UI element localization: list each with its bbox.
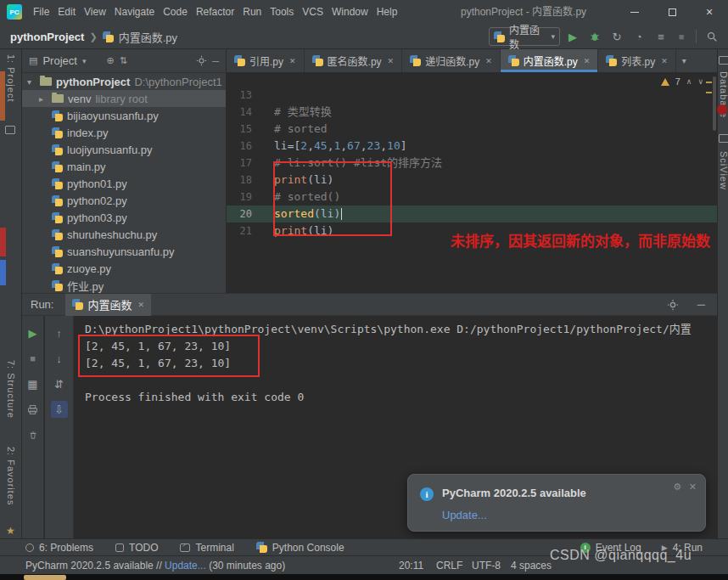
code-line: 16li=[2,45,1,67,23,10] xyxy=(227,138,717,155)
down-stack-trace-button[interactable]: ↓ xyxy=(51,350,68,367)
close-icon[interactable]: ✕ xyxy=(584,57,591,65)
editor-tab[interactable]: 递归函数.py✕ xyxy=(402,49,501,72)
tree-item[interactable]: python02.py xyxy=(22,192,227,209)
status-update-link[interactable]: Update... xyxy=(165,560,206,572)
menu-window[interactable]: Window xyxy=(328,0,372,24)
project-view-selector[interactable]: Project xyxy=(42,54,76,67)
tree-item[interactable]: suanshuyunsuanfu.py xyxy=(22,243,227,260)
update-link[interactable]: Update... xyxy=(442,509,487,521)
toolwindow-button-python[interactable]: Python Console xyxy=(256,542,344,554)
minimize-button[interactable] xyxy=(616,0,653,24)
rerun-button[interactable]: ▶ xyxy=(25,324,42,341)
stop-button[interactable]: ■ xyxy=(25,350,42,367)
breadcrumb-file[interactable]: 内置函数.py xyxy=(119,29,177,45)
status-encoding[interactable]: UTF-8 xyxy=(472,556,501,575)
tree-item[interactable]: zuoye.py xyxy=(22,260,227,277)
restore-layout-icon[interactable]: ▦ xyxy=(25,375,42,392)
close-icon[interactable]: ✕ xyxy=(689,481,697,493)
expand-collapse-button[interactable]: ⇅ xyxy=(120,55,127,66)
editor-tab[interactable]: 内置函数.py✕ xyxy=(501,49,599,72)
tree-item[interactable]: python01.py xyxy=(22,175,227,192)
annotation-text: 未排序，因其返回新的对象，而非原始数 xyxy=(451,229,710,251)
toolwindow-button-terminal[interactable]: Terminal xyxy=(180,542,233,554)
code-editor[interactable]: 7 ∧ ∨ 1314# 类型转换15# sorted16li=[2,45,1,6… xyxy=(227,73,717,293)
toolwindow-button-todo[interactable]: TODO xyxy=(115,542,158,554)
pin-tab-icon[interactable] xyxy=(25,401,42,418)
tree-item[interactable]: bijiaoyunsuanfu.py xyxy=(22,107,227,124)
toolwindow-button-structure[interactable]: 7: Structure xyxy=(6,360,16,419)
menu-help[interactable]: Help xyxy=(372,0,402,24)
notification-popup[interactable]: i PyCharm 2020.2.5 available Update... ⚙… xyxy=(407,474,706,532)
chevron-down-icon[interactable]: ▾ xyxy=(82,57,87,65)
menu-navigate[interactable]: Navigate xyxy=(110,0,159,24)
toolwindow-button-project[interactable]: 1: Project xyxy=(6,54,16,102)
run-tab[interactable]: 内置函数 ✕ xyxy=(65,294,151,316)
menu-refactor[interactable]: Refactor xyxy=(192,0,238,24)
up-stack-trace-button[interactable]: ↑ xyxy=(51,324,68,341)
inspection-widget[interactable]: 7 ∧ ∨ xyxy=(661,76,703,87)
breadcrumb-project[interactable]: pythonProject xyxy=(10,31,84,43)
editor-tab[interactable]: 匿名函数.py✕ xyxy=(305,49,403,72)
close-icon[interactable]: ✕ xyxy=(289,57,296,65)
editor-scrollbar[interactable] xyxy=(713,76,716,131)
toolwindow-button-favorites[interactable]: 2: Favorites xyxy=(6,447,16,505)
close-icon[interactable]: ✕ xyxy=(137,301,144,309)
run-button[interactable]: ▶ xyxy=(563,27,582,46)
status-line-ending[interactable]: CRLF xyxy=(436,556,462,575)
stop-button[interactable]: ■ xyxy=(672,27,691,46)
soft-wrap-button[interactable]: ⇵ xyxy=(51,375,68,392)
tree-item-label: bijiaoyunsuanfu.py xyxy=(67,110,159,122)
gear-icon[interactable] xyxy=(667,299,679,311)
tree-item[interactable]: luojiyunsuanfu.py xyxy=(22,141,227,158)
close-button[interactable]: × xyxy=(691,0,728,24)
run-anything-button[interactable]: ≡ xyxy=(652,27,670,46)
favorites-star-icon[interactable]: ★ xyxy=(6,525,15,537)
maximize-button[interactable] xyxy=(653,0,691,24)
folder-icon[interactable] xyxy=(5,126,15,134)
scroll-to-end-button[interactable]: ⇩ xyxy=(51,401,68,418)
tree-item-label: shuruheshuchu.py xyxy=(67,228,157,241)
close-icon[interactable]: ✕ xyxy=(485,57,492,65)
status-indent[interactable]: 4 spaces xyxy=(511,556,552,575)
menu-run[interactable]: Run xyxy=(238,0,266,24)
menu-edit[interactable]: Edit xyxy=(53,0,80,24)
menu-vcs[interactable]: VCS xyxy=(298,0,328,24)
menu-file[interactable]: File xyxy=(29,0,53,24)
editor-tab[interactable]: 列表.py✕ xyxy=(598,49,676,72)
search-everywhere-button[interactable] xyxy=(703,27,721,46)
hide-toolwindow-button[interactable]: ─ xyxy=(212,56,219,66)
close-icon[interactable]: ✕ xyxy=(388,57,395,65)
tree-item[interactable]: ▸venvlibrary root xyxy=(22,90,227,107)
toolwindow-button-problems[interactable]: 6: Problems xyxy=(25,542,93,554)
gear-icon[interactable] xyxy=(196,55,207,66)
hidden-tabs-chevron-icon[interactable]: ▾ xyxy=(676,49,692,72)
tree-item[interactable]: main.py xyxy=(22,158,227,175)
menu-code[interactable]: Code xyxy=(159,0,192,24)
tree-item[interactable]: python03.py xyxy=(22,209,227,226)
tree-item[interactable]: shuruheshuchu.py xyxy=(22,226,227,243)
debug-button[interactable] xyxy=(585,27,604,46)
toolwindow-button-sciview[interactable]: SciView xyxy=(719,151,728,190)
gear-icon[interactable]: ⚙ xyxy=(673,481,681,493)
menu-view[interactable]: View xyxy=(80,0,110,24)
menu-tools[interactable]: Tools xyxy=(266,0,298,24)
coverage-button[interactable]: ↻ xyxy=(608,27,626,46)
code-token: , xyxy=(380,139,387,152)
hide-toolwindow-button[interactable]: ─ xyxy=(697,298,705,311)
chevron-down-icon[interactable]: ▾ xyxy=(27,77,36,87)
run-configuration-select[interactable]: 内置函数 ▾ xyxy=(489,27,560,46)
close-icon[interactable]: ✕ xyxy=(661,57,668,65)
chevron-down-icon[interactable]: ∨ xyxy=(697,77,703,86)
tree-item-root[interactable]: ▾ pythonProject D:\pythonProject1 xyxy=(22,73,227,90)
clear-all-button[interactable] xyxy=(25,426,42,443)
locate-file-button[interactable]: ⊕ xyxy=(106,55,114,66)
trash-icon xyxy=(28,430,38,441)
maximize-icon xyxy=(669,8,676,16)
chevron-up-icon[interactable]: ∧ xyxy=(686,77,692,86)
editor-tab[interactable]: 引用.py✕ xyxy=(227,49,305,72)
tree-item[interactable]: index.py xyxy=(22,124,227,141)
profiler-button[interactable]: ◔ xyxy=(630,27,648,46)
tree-item-label: python02.py xyxy=(67,194,127,207)
status-message[interactable]: PyCharm 2020.2.5 available // Update... … xyxy=(25,556,285,575)
tree-item[interactable]: 作业.py xyxy=(22,277,227,293)
